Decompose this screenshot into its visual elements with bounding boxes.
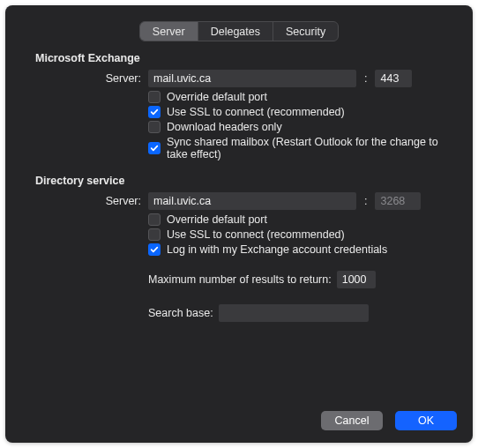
ok-button[interactable]: OK xyxy=(395,411,457,430)
check-icon xyxy=(150,245,159,254)
port-separator: : xyxy=(362,195,370,207)
check-icon xyxy=(150,108,159,116)
directory-override-port-checkbox[interactable] xyxy=(148,213,161,226)
directory-override-port-label: Override default port xyxy=(167,213,267,226)
directory-server-label: Server: xyxy=(19,195,148,207)
exchange-section-title: Microsoft Exchange xyxy=(35,52,459,64)
exchange-download-headers-label: Download headers only xyxy=(167,121,282,133)
directory-search-base-input[interactable] xyxy=(219,304,369,322)
directory-server-input[interactable] xyxy=(148,192,356,210)
exchange-port-input[interactable] xyxy=(375,70,412,87)
directory-port-input[interactable] xyxy=(375,192,421,210)
directory-login-exchange-checkbox[interactable] xyxy=(148,243,161,256)
exchange-sync-shared-checkbox[interactable] xyxy=(148,142,161,154)
exchange-sync-shared-label: Sync shared mailbox (Restart Outlook for… xyxy=(167,136,459,161)
exchange-use-ssl-label: Use SSL to connect (recommended) xyxy=(167,106,345,118)
exchange-use-ssl-checkbox[interactable] xyxy=(148,106,161,118)
exchange-server-label: Server: xyxy=(19,72,148,85)
tab-bar: Server Delegates Security xyxy=(5,5,473,41)
tab-security[interactable]: Security xyxy=(273,22,338,41)
directory-section-title: Directory service xyxy=(35,175,459,187)
directory-login-exchange-label: Log in with my Exchange account credenti… xyxy=(167,243,387,256)
exchange-override-port-checkbox[interactable] xyxy=(148,91,161,103)
directory-search-base-label: Search base: xyxy=(148,307,213,319)
tab-delegates[interactable]: Delegates xyxy=(198,22,273,41)
exchange-server-input[interactable] xyxy=(148,70,356,87)
tab-server[interactable]: Server xyxy=(140,22,198,41)
check-icon xyxy=(150,144,159,153)
directory-use-ssl-label: Use SSL to connect (recommended) xyxy=(167,228,345,241)
exchange-override-port-label: Override default port xyxy=(167,91,267,103)
settings-dialog: Server Delegates Security Microsoft Exch… xyxy=(5,5,473,443)
cancel-button[interactable]: Cancel xyxy=(321,411,383,430)
exchange-download-headers-checkbox[interactable] xyxy=(148,121,161,133)
directory-use-ssl-checkbox[interactable] xyxy=(148,228,161,241)
directory-max-results-input[interactable] xyxy=(337,271,376,288)
port-separator: : xyxy=(362,72,370,85)
directory-max-results-label: Maximum number of results to return: xyxy=(148,273,337,286)
